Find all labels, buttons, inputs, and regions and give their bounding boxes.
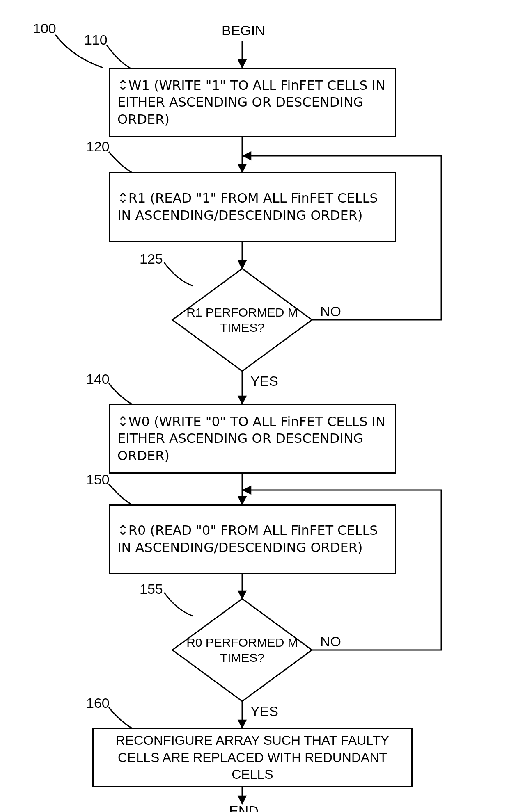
flowchart-stage: BEGIN END 100 110 120 125 140 150 155 16… (0, 0, 509, 812)
process-reconfigure-text: RECONFIGURE ARRAY SUCH THAT FAULTY CELLS… (101, 732, 404, 783)
process-w1: ⇕W1 (WRITE "1" TO ALL FinFET CELLS IN EI… (109, 68, 396, 137)
ref-150: 150 (86, 472, 110, 488)
begin-label: BEGIN (222, 23, 265, 39)
decision-125: R1 PERFORMED M TIMES? (172, 269, 312, 371)
process-w0: ⇕W0 (WRITE "0" TO ALL FinFET CELLS IN EI… (109, 404, 396, 474)
decision-155-text: R0 PERFORMED M TIMES? (172, 599, 312, 701)
d125-no-label: NO (320, 303, 341, 319)
ref-125: 125 (140, 251, 163, 267)
d155-yes-label: YES (250, 703, 278, 719)
ref-155: 155 (140, 581, 163, 597)
d155-no-label: NO (320, 634, 341, 650)
end-label: END (229, 803, 259, 812)
ref-110: 110 (84, 32, 108, 48)
process-reconfigure: RECONFIGURE ARRAY SUCH THAT FAULTY CELLS… (92, 728, 413, 787)
ref-100: 100 (33, 21, 56, 36)
decision-125-text: R1 PERFORMED M TIMES? (172, 269, 312, 371)
process-w1-text: ⇕W1 (WRITE "1" TO ALL FinFET CELLS IN EI… (117, 77, 387, 128)
ref-160: 160 (86, 695, 110, 711)
d125-yes-label: YES (250, 373, 278, 389)
process-r0-text: ⇕R0 (READ "0" FROM ALL FinFET CELLS IN A… (117, 522, 387, 556)
process-w0-text: ⇕W0 (WRITE "0" TO ALL FinFET CELLS IN EI… (117, 413, 387, 465)
ref-140: 140 (86, 371, 110, 387)
process-r0: ⇕R0 (READ "0" FROM ALL FinFET CELLS IN A… (109, 504, 396, 574)
process-r1: ⇕R1 (READ "1" FROM ALL FinFET CELLS IN A… (109, 172, 396, 242)
ref-120: 120 (86, 139, 110, 155)
decision-155: R0 PERFORMED M TIMES? (172, 599, 312, 701)
process-r1-text: ⇕R1 (READ "1" FROM ALL FinFET CELLS IN A… (117, 190, 387, 224)
